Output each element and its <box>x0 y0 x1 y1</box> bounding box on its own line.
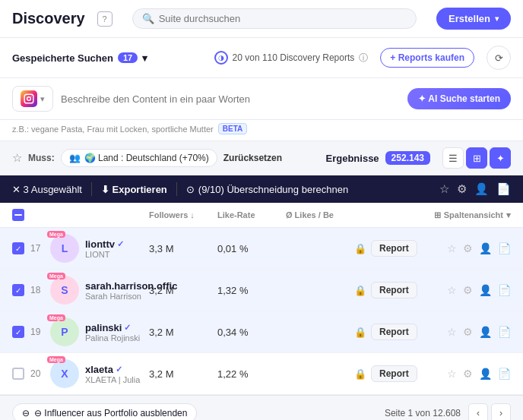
filters-results-row: ☆ Muss: 👥 🌍 Land : Deutschland (+70%) Zu… <box>0 141 523 175</box>
list-view-button[interactable]: ☰ <box>442 147 464 169</box>
add-person-icon[interactable]: 👤 <box>479 242 492 254</box>
document-icon[interactable]: 📄 <box>496 182 511 196</box>
saved-searches-count: 17 <box>118 52 138 63</box>
star-action-icon[interactable]: ☆ <box>447 326 457 338</box>
avatar: L <box>50 234 79 263</box>
row-identity-cell: 19 P Mega palinski ✓ Palina Rojinski <box>12 317 149 346</box>
document-action-icon[interactable]: 📄 <box>498 242 511 254</box>
select-all-header <box>12 209 149 221</box>
reports-info: ◑ 20 von 110 Discovery Reports ⓘ <box>214 51 369 65</box>
influencer-table: 17 L Mega lionttv ✓ LIONT 3,3 M 0,01 % 🔒… <box>0 228 523 395</box>
add-person-icon[interactable]: 👤 <box>474 182 489 196</box>
lock-icon: 🔒 <box>354 285 366 296</box>
row-checkbox[interactable] <box>12 326 24 338</box>
document-action-icon[interactable]: 📄 <box>498 368 511 380</box>
influencer-name: palinski ✓ <box>85 322 140 333</box>
reports-count-label: 20 von 110 Discovery Reports <box>233 52 355 63</box>
help-icon[interactable]: ? <box>97 11 113 27</box>
avatar-wrap: P Mega <box>50 317 79 346</box>
settings-action-icon[interactable]: ⚙ <box>463 242 473 254</box>
subheader: Gespeicherte Suchen 17 ▾ ◑ 20 von 110 Di… <box>0 38 523 78</box>
like-rate-cell: 1,22 % <box>217 368 286 380</box>
influencer-handle: Palina Rojinski <box>85 333 140 343</box>
export-label: ⬇ Exportieren <box>101 184 167 195</box>
followers-cell: 3,2 M <box>149 368 217 380</box>
hide-portfolio-button[interactable]: ⊖ ⊖ Influencer aus Portfolio ausblenden <box>12 403 197 420</box>
saved-searches-dropdown[interactable]: Gespeicherte Suchen 17 ▾ <box>12 52 147 64</box>
add-person-icon[interactable]: 👤 <box>479 326 492 338</box>
column-view-header[interactable]: ⊞ Spaltenansicht ▾ <box>420 210 511 220</box>
report-button[interactable]: Report <box>371 240 417 257</box>
next-page-button[interactable]: › <box>491 403 511 420</box>
export-button[interactable]: ⬇ Exportieren <box>101 184 167 195</box>
platform-selector[interactable]: ▾ <box>12 86 53 112</box>
followers-header[interactable]: Followers ↓ <box>149 210 217 219</box>
person-action-icon[interactable]: ⚙ <box>457 182 467 196</box>
avatar-wrap: L Mega <box>50 234 79 263</box>
star-action-icon[interactable]: ☆ <box>447 284 457 296</box>
followers-cell: 3,2 M <box>149 327 217 338</box>
search-input[interactable] <box>159 13 407 24</box>
avatar: X <box>50 359 79 388</box>
report-cell: 🔒 Report <box>354 365 420 382</box>
clear-selection-button[interactable]: ✕ 3 Ausgewählt <box>12 184 82 195</box>
search-icon: 🔍 <box>142 13 154 24</box>
like-rate-cell: 0,01 % <box>217 243 286 254</box>
refresh-icon: ⟳ <box>495 52 503 64</box>
like-rate-header[interactable]: Like-Rate <box>217 210 286 219</box>
hide-portfolio-label: ⊖ Influencer aus Portfolio ausblenden <box>34 408 187 418</box>
reset-filters-button[interactable]: Zurücksetzen <box>223 153 282 163</box>
settings-action-icon[interactable]: ⚙ <box>463 368 473 380</box>
add-person-icon[interactable]: 👤 <box>479 284 492 296</box>
star-action-icon[interactable]: ☆ <box>447 368 457 380</box>
table-row: 19 P Mega palinski ✓ Palina Rojinski 3,2… <box>0 311 523 353</box>
influencer-name: lionttv ✓ <box>85 238 124 250</box>
report-button[interactable]: Report <box>371 282 417 298</box>
row-checkbox[interactable] <box>12 242 24 254</box>
select-all-checkbox[interactable] <box>12 209 24 221</box>
row-checkbox[interactable] <box>12 284 24 296</box>
report-cell: 🔒 Report <box>354 282 420 298</box>
prev-page-button[interactable]: ‹ <box>468 403 488 420</box>
footer: ⊖ ⊖ Influencer aus Portfolio ausblenden … <box>0 395 523 420</box>
settings-action-icon[interactable]: ⚙ <box>463 326 473 338</box>
ai-search-label: ✦ AI Suche starten <box>418 93 500 104</box>
grid-view-button[interactable]: ⊞ <box>466 147 487 169</box>
create-label: Erstellen <box>449 13 490 24</box>
report-button[interactable]: Report <box>371 365 417 382</box>
country-filter-chip[interactable]: 👥 🌍 Land : Deutschland (+70%) <box>61 149 217 167</box>
row-number: 17 <box>30 243 44 254</box>
column-view-label: Spaltenansicht <box>444 210 503 219</box>
buy-reports-button[interactable]: + Reports kaufen <box>380 48 474 68</box>
ai-search-input[interactable] <box>61 93 400 105</box>
influencer-name: xlaeta ✓ <box>85 364 140 375</box>
lock-icon: 🔒 <box>354 368 366 380</box>
report-button[interactable]: Report <box>371 324 417 340</box>
row-number: 19 <box>30 327 44 337</box>
avg-likes-header[interactable]: Ø Likes / Be <box>286 210 354 219</box>
global-search-bar: 🔍 <box>132 8 417 29</box>
star-action-icon[interactable]: ☆ <box>447 242 457 254</box>
star-action-icon[interactable]: ☆ <box>439 182 449 196</box>
refresh-button[interactable]: ⟳ <box>487 46 511 70</box>
star-view-button[interactable]: ✦ <box>490 147 511 169</box>
ai-search-button[interactable]: ✦ AI Suche starten <box>407 88 511 109</box>
favorite-icon[interactable]: ☆ <box>12 151 22 165</box>
row-identity-cell: 20 X Mega xlaeta ✓ XLAETA | Julia <box>12 359 149 388</box>
chevron-down-icon: ▾ <box>495 14 499 23</box>
hide-icon: ⊖ <box>22 408 30 418</box>
settings-action-icon[interactable]: ⚙ <box>463 284 473 296</box>
like-rate-cell: 1,32 % <box>217 285 286 296</box>
create-button[interactable]: Erstellen ▾ <box>436 8 511 30</box>
document-action-icon[interactable]: 📄 <box>498 284 511 296</box>
buy-reports-label: + Reports kaufen <box>390 52 464 63</box>
row-actions: ☆ ⚙ 👤 📄 <box>420 284 511 296</box>
document-action-icon[interactable]: 📄 <box>498 326 511 338</box>
sort-icon: ↓ <box>190 210 195 219</box>
overlap-button[interactable]: ⊙ (9/10) Überschneidung berechnen <box>186 184 348 195</box>
verified-icon: ✓ <box>124 323 131 333</box>
add-person-icon[interactable]: 👤 <box>479 368 492 380</box>
row-actions: ☆ ⚙ 👤 📄 <box>420 242 511 254</box>
like-rate-cell: 0,34 % <box>217 327 286 338</box>
row-checkbox[interactable] <box>12 368 24 380</box>
